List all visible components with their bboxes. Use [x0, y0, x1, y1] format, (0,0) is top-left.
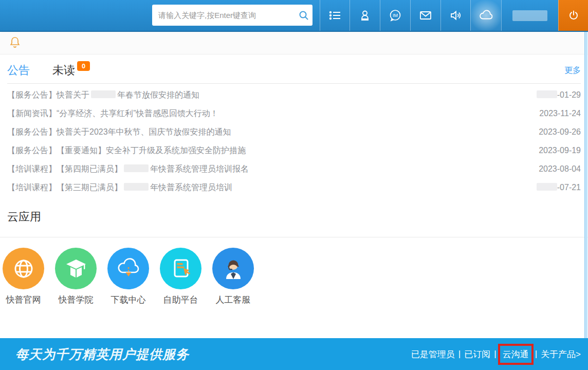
redacted-year	[124, 183, 149, 191]
announcement-date: -01-29	[535, 90, 581, 100]
topbar-icon-strip: IM	[313, 0, 588, 31]
user-icon[interactable]	[350, 0, 380, 31]
announcement-title-tail: 年快普系统管理员培训	[150, 183, 232, 192]
announcement-date: 2023-08-04	[539, 164, 581, 174]
announcement-row[interactable]: 【服务公告】快普关于2023年中秋节、国庆节放假安排的通知 2023-09-26	[7, 123, 581, 141]
footer-link-subscribed[interactable]: 已订阅	[464, 348, 490, 360]
svg-text:IM: IM	[393, 13, 398, 18]
redacted-date-year	[537, 90, 557, 98]
announcement-date: 2023-09-19	[539, 146, 581, 155]
announcements-header: 公告 未读 0 更多	[0, 54, 588, 83]
redacted-date-year	[537, 183, 557, 191]
announcement-date: 2023-11-24	[539, 109, 581, 118]
bell-icon[interactable]	[9, 36, 21, 50]
tab-unread[interactable]: 未读	[52, 63, 75, 78]
footer-separator: |	[458, 349, 461, 359]
search-box[interactable]	[152, 5, 313, 26]
im-chat-icon[interactable]: IM	[380, 0, 410, 31]
search-icon[interactable]	[295, 10, 313, 21]
announcement-row[interactable]: 【服务公告】【重要通知】安全补丁升级及系统加强安全防护措施 2023-09-19	[7, 141, 581, 160]
cloud-download-icon	[107, 248, 149, 289]
redacted-year	[91, 90, 116, 98]
footer-bar: 每天为千万精英用户提供服务 已是管理员 | 已订阅 | 云沟通 | 关于产品>	[0, 338, 588, 370]
more-link[interactable]: 更多	[564, 65, 581, 76]
announcement-title: 【服务公告】【重要通知】安全补丁升级及系统加强安全防护措施	[7, 145, 246, 156]
username-area[interactable]	[501, 0, 558, 31]
announcement-date: 2023-09-26	[539, 127, 581, 137]
announce-sound-icon[interactable]	[440, 0, 470, 31]
cloud-apps-section: 云应用 快普官网	[0, 209, 588, 306]
tab-announcements[interactable]: 公告	[7, 63, 30, 78]
announcement-title: 【培训课程】【第三期已满员】	[7, 183, 122, 192]
cloud-apps-title: 云应用	[0, 209, 588, 225]
announcement-title: 【培训课程】【第四期已满员】	[7, 164, 122, 173]
announcement-row[interactable]: 【培训课程】【第三期已满员】年快普系统管理员培训 -07-21	[7, 178, 581, 197]
topbar-spacer	[313, 0, 320, 31]
app-self-service[interactable]: 自助平台	[160, 248, 201, 306]
vertical-scrollbar[interactable]	[584, 32, 587, 338]
self-service-icon	[160, 248, 201, 289]
footer-slogan: 每天为千万精英用户提供服务	[15, 346, 189, 363]
app-download-center[interactable]: 下载中心	[107, 248, 149, 306]
cloud-icon[interactable]	[470, 0, 501, 31]
announcement-title: 【新闻资讯】“分享经济、共享红利”快普感恩回馈大行动！	[7, 108, 218, 119]
announcement-row[interactable]: 【服务公告】快普关于年春节放假安排的通知 -01-29	[7, 86, 581, 104]
app-label: 下载中心	[107, 294, 149, 306]
app-label: 快普学院	[55, 294, 97, 306]
announcement-title: 【服务公告】快普关于	[7, 90, 89, 99]
footer-separator: |	[494, 349, 496, 359]
app-label: 快普官网	[3, 294, 44, 306]
mail-icon[interactable]	[410, 0, 440, 31]
menu-list-icon[interactable]	[320, 0, 350, 31]
announcement-date: -07-21	[535, 183, 581, 192]
customer-service-icon	[212, 248, 254, 289]
app-label: 自助平台	[160, 294, 201, 306]
announcement-row[interactable]: 【新闻资讯】“分享经济、共享红利”快普感恩回馈大行动！ 2023-11-24	[7, 104, 581, 123]
notification-bar	[0, 32, 588, 54]
announcement-row[interactable]: 【培训课程】【第四期已满员】年快普系统管理员培训报名 2023-08-04	[7, 160, 581, 178]
app-kuaipu-academy[interactable]: 快普学院	[55, 248, 97, 306]
app-label: 人工客服	[212, 294, 254, 306]
unread-count-badge: 0	[77, 61, 90, 71]
announcement-title-tail: 年快普系统管理员培训报名	[150, 164, 249, 173]
footer-link-about-product[interactable]: 关于产品>	[541, 348, 581, 360]
footer-separator: |	[535, 349, 537, 359]
app-kuaipu-website[interactable]: 快普官网	[3, 248, 44, 306]
footer-links: 已是管理员 | 已订阅 | 云沟通 | 关于产品>	[411, 348, 581, 360]
announcement-title: 【服务公告】快普关于2023年中秋节、国庆节放假安排的通知	[7, 127, 231, 138]
username-redacted	[512, 10, 547, 21]
main-panel: 公告 未读 0 更多 【服务公告】快普关于年春节放假安排的通知 -01-29 【…	[0, 32, 588, 338]
footer-link-admin[interactable]: 已是管理员	[411, 348, 455, 360]
cloud-apps-row: 快普官网 快普学院	[0, 237, 588, 306]
announcement-title-tail: 年春节放假安排的通知	[117, 90, 199, 99]
top-bar: IM	[0, 0, 588, 32]
redacted-year	[124, 164, 149, 172]
announcement-list: 【服务公告】快普关于年春节放假安排的通知 -01-29 【新闻资讯】“分享经济、…	[0, 84, 588, 197]
graduation-cap-icon	[55, 248, 97, 289]
power-icon[interactable]	[558, 0, 588, 31]
footer-link-cloud-communication[interactable]: 云沟通	[503, 348, 529, 360]
app-customer-service[interactable]: 人工客服	[212, 248, 254, 306]
globe-icon	[3, 248, 44, 289]
search-input[interactable]	[152, 5, 295, 26]
